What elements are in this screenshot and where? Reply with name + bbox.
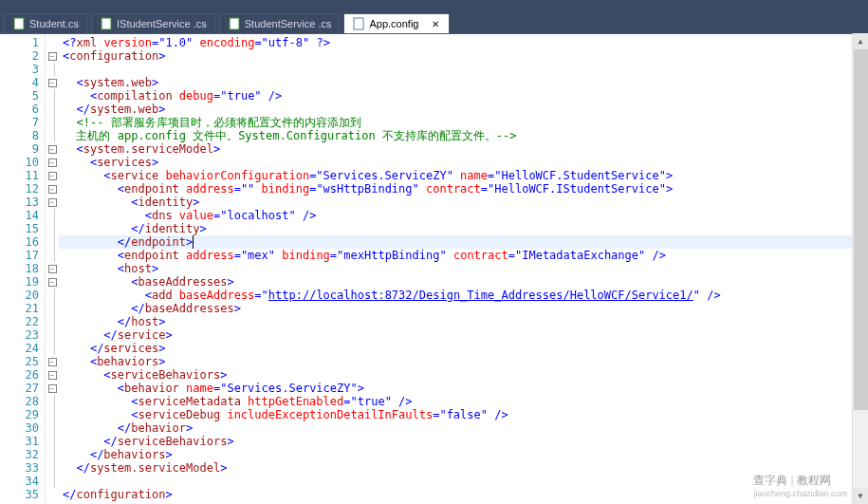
- code-line[interactable]: <?xml version="1.0" encoding="utf-8" ?>: [63, 36, 868, 49]
- code-line[interactable]: <dns value="localhost" />: [63, 209, 868, 222]
- code-line[interactable]: </baseAddresses>: [63, 302, 868, 315]
- line-number: 20: [0, 289, 39, 302]
- line-number: 3: [0, 63, 39, 76]
- fold-toggle-icon[interactable]: −: [48, 52, 57, 61]
- code-line[interactable]: </host>: [63, 315, 868, 328]
- fold-toggle[interactable]: −: [46, 156, 59, 169]
- line-number: 13: [0, 196, 39, 209]
- code-line[interactable]: </behavior>: [63, 421, 868, 435]
- code-line[interactable]: </services>: [63, 342, 868, 355]
- fold-toggle[interactable]: −: [46, 142, 59, 156]
- code-line[interactable]: <identity>: [63, 196, 868, 209]
- line-number: 5: [0, 89, 39, 103]
- fold-gutter[interactable]: −−−−−−−−−−−−: [46, 34, 59, 504]
- tab-studentservice-cs[interactable]: C#StudentService .cs: [219, 13, 341, 33]
- code-line[interactable]: <serviceBehaviors>: [63, 368, 868, 382]
- code-line[interactable]: <behavior name="Services.ServiceZY">: [63, 382, 868, 395]
- fold-toggle-icon[interactable]: −: [48, 371, 57, 380]
- fold-toggle[interactable]: −: [46, 169, 59, 182]
- code-line[interactable]: <endpoint address="mex" binding="mexHttp…: [63, 249, 868, 262]
- fold-toggle-icon[interactable]: −: [48, 278, 57, 287]
- fold-toggle-icon[interactable]: −: [48, 198, 57, 207]
- line-number: 11: [0, 169, 39, 182]
- code-area[interactable]: <?xml version="1.0" encoding="utf-8" ?><…: [59, 34, 868, 504]
- code-line[interactable]: </identity>: [63, 222, 868, 235]
- fold-guide: [46, 249, 59, 262]
- fold-empty: [46, 36, 59, 49]
- fold-guide: [46, 408, 59, 421]
- code-line[interactable]: <!-- 部署服务库项目时，必须将配置文件的内容添加到: [63, 116, 868, 129]
- code-line[interactable]: <serviceMetadata httpGetEnabled="true" /…: [63, 395, 868, 408]
- vertical-scrollbar[interactable]: ▲ ▼: [852, 33, 868, 504]
- line-number: 34: [0, 475, 39, 488]
- fold-toggle[interactable]: −: [46, 76, 59, 89]
- fold-toggle-icon[interactable]: −: [48, 265, 57, 273]
- fold-toggle[interactable]: −: [46, 355, 59, 368]
- code-line[interactable]: [63, 63, 868, 76]
- code-line[interactable]: <add baseAddress="http://localhost:8732/…: [63, 289, 868, 302]
- scroll-down-button[interactable]: ▼: [853, 488, 868, 504]
- close-icon[interactable]: ✕: [430, 18, 441, 29]
- tab-label: StudentService .cs: [245, 18, 332, 29]
- code-line[interactable]: [63, 475, 868, 488]
- fold-toggle[interactable]: −: [46, 182, 59, 196]
- line-number: 26: [0, 368, 39, 382]
- csharp-file-icon: C#: [100, 17, 113, 30]
- fold-guide: [46, 302, 59, 315]
- line-number: 35: [0, 488, 39, 501]
- line-number: 16: [0, 235, 39, 249]
- fold-toggle[interactable]: −: [46, 368, 59, 382]
- code-line[interactable]: <endpoint address="" binding="wsHttpBind…: [63, 182, 868, 196]
- fold-toggle[interactable]: −: [46, 382, 59, 395]
- fold-toggle-icon[interactable]: −: [48, 185, 57, 194]
- scrollbar-thumb[interactable]: [854, 49, 868, 410]
- fold-toggle-icon[interactable]: −: [48, 358, 57, 366]
- fold-toggle[interactable]: −: [46, 262, 59, 275]
- fold-toggle-icon[interactable]: −: [48, 79, 57, 87]
- tab-student-cs[interactable]: C#Student.cs: [4, 13, 87, 33]
- watermark-left: 查字典: [753, 474, 787, 487]
- fold-toggle[interactable]: −: [46, 275, 59, 289]
- csharp-file-icon: C#: [12, 17, 26, 30]
- fold-guide: [46, 116, 59, 129]
- fold-guide: [46, 103, 59, 116]
- code-line[interactable]: <baseAddresses>: [63, 275, 868, 289]
- code-line[interactable]: </system.web>: [63, 103, 868, 116]
- code-line[interactable]: </configuration>: [63, 488, 868, 501]
- code-line[interactable]: <serviceDebug includeExceptionDetailInFa…: [63, 408, 868, 421]
- line-number: 18: [0, 262, 39, 275]
- scroll-up-button[interactable]: ▲: [853, 33, 868, 49]
- code-line[interactable]: <host>: [63, 262, 868, 275]
- code-line[interactable]: <system.serviceModel>: [63, 142, 868, 156]
- fold-toggle-icon[interactable]: −: [48, 384, 57, 393]
- code-line[interactable]: 主机的 app.config 文件中。System.Configuration …: [63, 129, 868, 142]
- code-line[interactable]: <system.web>: [63, 76, 868, 89]
- code-line[interactable]: <behaviors>: [63, 355, 868, 368]
- code-line[interactable]: </behaviors>: [63, 448, 868, 461]
- code-line[interactable]: <services>: [63, 156, 868, 169]
- line-number: 17: [0, 249, 39, 262]
- tab-bar: C#Student.csC#IStudentService .csC#Stude…: [0, 11, 868, 33]
- fold-toggle-icon[interactable]: −: [48, 172, 57, 180]
- line-number: 33: [0, 461, 39, 475]
- line-number: 4: [0, 76, 39, 89]
- code-line[interactable]: </service>: [63, 328, 868, 342]
- fold-toggle-icon[interactable]: −: [48, 145, 57, 154]
- fold-toggle-icon[interactable]: −: [48, 159, 57, 167]
- code-line[interactable]: <configuration>: [63, 49, 868, 63]
- line-number: 6: [0, 103, 39, 116]
- code-line[interactable]: <compilation debug="true" />: [63, 89, 868, 103]
- line-number: 31: [0, 435, 39, 448]
- code-line[interactable]: </serviceBehaviors>: [63, 435, 868, 448]
- watermark-sub: jiaocheng.chazidian.com: [753, 489, 847, 498]
- fold-toggle[interactable]: −: [46, 49, 59, 63]
- line-number: 12: [0, 182, 39, 196]
- tab-istudentservice-cs[interactable]: C#IStudentService .cs: [91, 13, 215, 33]
- code-line[interactable]: </system.serviceModel>: [63, 461, 868, 475]
- code-line[interactable]: <service behaviorConfiguration="Services…: [63, 169, 868, 182]
- fold-toggle[interactable]: −: [46, 196, 59, 209]
- fold-guide: [46, 475, 59, 488]
- line-number: 9: [0, 142, 39, 156]
- tab-app-config[interactable]: App.config✕: [343, 13, 450, 33]
- line-number: 23: [0, 328, 39, 342]
